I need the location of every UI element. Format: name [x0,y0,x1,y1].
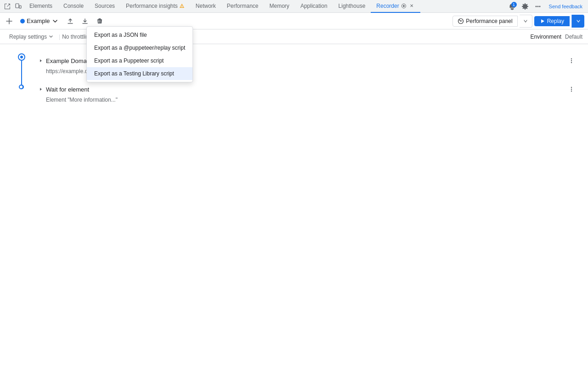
svg-point-6 [537,6,538,7]
step-row-2: Wait for element Element "More informati… [35,82,581,103]
send-feedback-link[interactable]: Send feedback [545,4,586,9]
step-connector-1 [18,53,25,89]
step-dot-outer-1 [18,53,25,61]
environment-section: Environment Default [531,34,582,40]
step-more-btn-2[interactable] [566,84,577,95]
svg-point-4 [403,5,405,7]
step-expand-icon-2 [39,87,43,92]
export-json-item[interactable]: Export as a JSON file [87,29,192,41]
more-vert-icon-1 [568,58,575,64]
tab-sources[interactable]: Sources [89,0,120,13]
devtools-tab-bar: Elements Console Sources Performance ins… [0,0,588,13]
dropdown-chevron-icon [52,18,58,24]
toolbar-right: Performance panel Replay [452,15,584,28]
step-dot-2 [19,85,23,89]
export-dropdown-menu: Export as a JSON file Export as a @puppe… [86,26,193,82]
svg-point-13 [571,89,572,90]
tab-console[interactable]: Console [58,0,89,13]
replay-dropdown-btn[interactable] [571,15,584,28]
download-btn[interactable] [79,15,91,28]
recording-name-label: Example [27,17,50,24]
more-options-btn[interactable] [532,1,543,12]
environment-value: Default [565,34,582,40]
replay-play-icon [540,18,545,24]
settings-icon-btn[interactable] [520,1,531,12]
delete-btn[interactable] [93,15,106,28]
inspect-icon[interactable] [2,1,13,12]
export-testing-library-item[interactable]: Export as a Testing Library script [87,67,192,80]
export-puppeteer-item[interactable]: Export as a Puppeteer script [87,54,192,67]
step-expand-icon-1 [39,58,43,63]
svg-point-10 [571,60,572,61]
device-icon[interactable] [13,1,24,12]
svg-point-9 [571,58,572,59]
recording-name-btn[interactable]: Example [17,16,62,26]
svg-point-11 [571,62,572,63]
step-content-2: Wait for element Element "More informati… [35,82,581,103]
svg-point-12 [571,87,572,88]
notification-badge: 1 [511,2,517,7]
tab-recorder[interactable]: Recorder ✕ [371,0,420,13]
svg-rect-1 [19,6,21,8]
more-vert-icon-2 [568,86,575,92]
export-puppeteer-replay-item[interactable]: Export as a @puppeteer/replay script [87,41,192,54]
add-recording-btn[interactable] [4,16,15,27]
performance-panel-btn[interactable]: Performance panel [452,16,517,27]
upload-btn[interactable] [64,15,77,28]
svg-rect-2 [181,6,182,7]
perf-panel-label: Performance panel [466,18,512,24]
replay-btn[interactable]: Replay [534,16,570,26]
tab-memory[interactable]: Memory [264,0,295,13]
replay-chevron-icon [576,19,581,23]
performance-panel-icon [458,18,464,24]
svg-rect-0 [16,4,19,8]
step-dot-inner-1 [20,56,23,58]
perf-panel-chevron-icon [523,19,528,23]
step-line-1 [21,61,22,85]
environment-label: Environment [531,34,561,40]
tabs-right-controls: 1 Send feedback [507,1,586,12]
tab-lighthouse[interactable]: Lighthouse [333,0,371,13]
step-title-1: Example Domain [46,58,91,64]
step-title-2: Wait for element [46,86,89,93]
svg-rect-3 [181,7,182,7]
tab-elements[interactable]: Elements [24,0,58,13]
step-more-btn-1[interactable] [566,55,577,66]
notification-btn[interactable]: 1 [507,1,518,12]
replay-settings-btn[interactable]: Replay settings [6,32,57,42]
svg-point-5 [535,6,537,7]
tab-application[interactable]: Application [295,0,333,13]
perf-panel-dropdown-btn[interactable] [520,15,532,28]
tab-network[interactable]: Network [190,0,221,13]
step-detail-2: Element "More information..." [35,97,581,103]
close-recorder-tab[interactable]: ✕ [408,3,415,9]
svg-point-14 [571,91,572,92]
step-header-2[interactable]: Wait for element [35,82,581,97]
replay-settings-label: Replay settings [9,34,47,40]
step-connector-2 [19,85,23,89]
settings-chevron-icon [49,34,53,39]
recording-dot [20,19,25,23]
settings-divider: | [59,34,60,40]
tab-performance-insights[interactable]: Performance insights [120,0,190,13]
replay-label: Replay [547,18,564,24]
tab-performance[interactable]: Performance [221,0,264,13]
svg-point-7 [539,6,540,7]
